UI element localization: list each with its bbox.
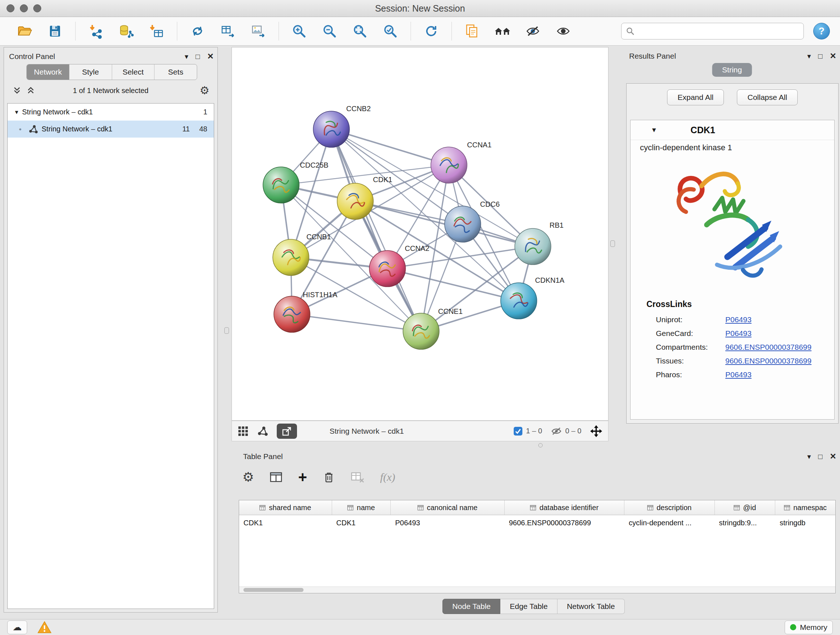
splitter-handle[interactable] <box>610 241 615 247</box>
network-collection-row[interactable]: ▼ String Network – cdk1 1 <box>8 103 214 120</box>
zoom-in-button[interactable] <box>288 20 310 42</box>
table-settings-gear-icon[interactable]: ⚙ <box>242 470 254 484</box>
network-node-cdkn1a[interactable]: CDKN1A <box>501 276 565 319</box>
zoom-fit-button[interactable] <box>349 20 371 42</box>
zoom-selected-button[interactable] <box>379 20 401 42</box>
table-cell[interactable]: P06493 <box>391 519 504 527</box>
results-tab-string[interactable]: String <box>712 63 752 77</box>
zoom-out-button[interactable] <box>318 20 341 42</box>
network-graph[interactable]: CCNB2CCNA1CDC25BCDK1CDC6RB1CCNB1CCNA2CDK… <box>232 48 608 420</box>
table-cell[interactable]: stringdb <box>775 519 835 527</box>
crosslink-link[interactable]: P06493 <box>725 329 752 338</box>
network-edge[interactable] <box>355 201 533 247</box>
search-input[interactable] <box>638 27 799 36</box>
tab-sets[interactable]: Sets <box>154 65 197 80</box>
hide-unhide-button[interactable] <box>522 20 544 42</box>
gear-icon[interactable]: ⚙ <box>200 84 210 97</box>
network-canvas[interactable]: CCNB2CCNA1CDC25BCDK1CDC6RB1CCNB1CCNA2CDK… <box>232 47 608 421</box>
detach-view-button[interactable] <box>277 424 297 439</box>
export-table-button[interactable] <box>217 20 239 42</box>
table-row[interactable]: CDK1CDK1P064939606.ENSP00000378699cyclin… <box>239 515 835 530</box>
tab-style[interactable]: Style <box>69 65 112 80</box>
table-cell[interactable]: CDK1 <box>239 519 332 527</box>
table-cell[interactable]: 9606.ENSP00000378699 <box>505 519 624 527</box>
warnings-button[interactable] <box>37 621 52 634</box>
column-header--id[interactable]: @id <box>715 500 775 515</box>
import-table-file-button[interactable] <box>145 20 168 42</box>
collapse-all-button[interactable]: Collapse All <box>737 89 798 105</box>
column-header-namespac[interactable]: namespac <box>775 500 835 515</box>
network-view-icon[interactable] <box>257 426 268 437</box>
tab-network[interactable]: Network <box>27 65 69 80</box>
panel-close-icon[interactable]: ✕ <box>207 52 214 61</box>
horizontal-scrollbar[interactable] <box>239 586 835 593</box>
column-header-description[interactable]: description <box>624 500 715 515</box>
table-cell[interactable]: CDK1 <box>332 519 391 527</box>
import-network-database-button[interactable] <box>115 20 137 42</box>
network-node-hist1h1a[interactable]: HIST1H1A <box>274 291 338 333</box>
tab-network-table[interactable]: Network Table <box>557 599 625 614</box>
cloud-status-button[interactable]: ☁ <box>7 621 27 634</box>
network-node-cdk1[interactable]: CDK1 <box>337 176 392 219</box>
crosslink-link[interactable]: P06493 <box>725 315 752 324</box>
panel-float-icon[interactable]: □ <box>818 52 822 60</box>
disclosure-triangle-icon[interactable]: ▼ <box>651 126 657 134</box>
save-session-button[interactable] <box>44 20 66 42</box>
help-button[interactable]: ? <box>813 23 830 40</box>
network-node-ccnb2[interactable]: CCNB2 <box>313 105 371 147</box>
column-header-name[interactable]: name <box>332 500 391 515</box>
scrollbar-thumb[interactable] <box>243 588 303 592</box>
panel-menu-icon[interactable]: ▾ <box>185 52 188 61</box>
network-node-ccna1[interactable]: CCNA1 <box>431 141 492 183</box>
network-row-selected[interactable]: ● String Network – cdk1 1148 <box>8 120 214 138</box>
memory-button[interactable]: Memory <box>785 621 833 634</box>
open-in-window-icon <box>281 426 292 437</box>
expand-all-button[interactable]: Expand All <box>667 89 724 105</box>
network-edge[interactable] <box>332 129 421 331</box>
table-cell[interactable]: cyclin-dependent ... <box>624 519 715 527</box>
panel-close-icon[interactable]: ✕ <box>830 51 836 61</box>
splitter-handle[interactable] <box>538 443 543 448</box>
show-columns-icon[interactable] <box>269 470 283 484</box>
disclosure-triangle-icon[interactable]: ▼ <box>11 109 22 115</box>
show-all-button[interactable] <box>552 20 575 42</box>
crosslink-link[interactable]: P06493 <box>725 371 752 379</box>
column-header-shared-name[interactable]: shared name <box>239 500 332 515</box>
crosslink-link[interactable]: 9606.ENSP00000378699 <box>725 343 812 352</box>
network-edge[interactable] <box>292 314 421 331</box>
zoom-window-button[interactable] <box>33 4 41 12</box>
import-network-file-button[interactable] <box>85 20 107 42</box>
delete-column-trash-icon[interactable] <box>322 470 335 484</box>
column-header-database-identifier[interactable]: database identifier <box>505 500 624 515</box>
node-detail-header[interactable]: ▼ CDK1 <box>630 120 834 140</box>
refresh-network-button[interactable] <box>420 20 442 42</box>
node-label: HIST1H1A <box>303 291 338 299</box>
panel-close-icon[interactable]: ✕ <box>830 452 836 461</box>
close-window-button[interactable] <box>6 4 14 12</box>
splitter-handle[interactable] <box>224 327 229 334</box>
network-node-ccnb1[interactable]: CCNB1 <box>273 233 331 276</box>
panel-float-icon[interactable]: □ <box>195 52 200 61</box>
string-home-button[interactable] <box>491 20 514 42</box>
tab-select[interactable]: Select <box>112 65 155 80</box>
add-column-icon[interactable]: + <box>298 470 307 484</box>
selected-checkbox-icon[interactable] <box>514 427 523 435</box>
birds-eye-icon[interactable] <box>590 425 602 437</box>
network-edge[interactable] <box>332 129 449 165</box>
network-node-rb1[interactable]: RB1 <box>515 221 564 264</box>
tab-edge-table[interactable]: Edge Table <box>500 599 557 614</box>
panel-menu-icon[interactable]: ▾ <box>807 452 811 461</box>
panel-float-icon[interactable]: □ <box>818 453 822 461</box>
hidden-eye-icon[interactable] <box>551 427 562 435</box>
open-session-button[interactable] <box>13 20 36 42</box>
crosslink-link[interactable]: 9606.ENSP00000378699 <box>725 356 812 365</box>
grid-view-icon[interactable] <box>238 426 248 437</box>
minimize-window-button[interactable] <box>20 4 28 12</box>
apply-layout-button[interactable] <box>186 20 209 42</box>
export-image-button[interactable] <box>247 20 270 42</box>
column-header-canonical-name[interactable]: canonical name <box>391 500 504 515</box>
tab-node-table[interactable]: Node Table <box>442 599 500 614</box>
table-cell[interactable]: stringdb:9... <box>715 519 775 527</box>
copy-view-button[interactable] <box>461 20 483 42</box>
panel-menu-icon[interactable]: ▾ <box>807 52 811 60</box>
